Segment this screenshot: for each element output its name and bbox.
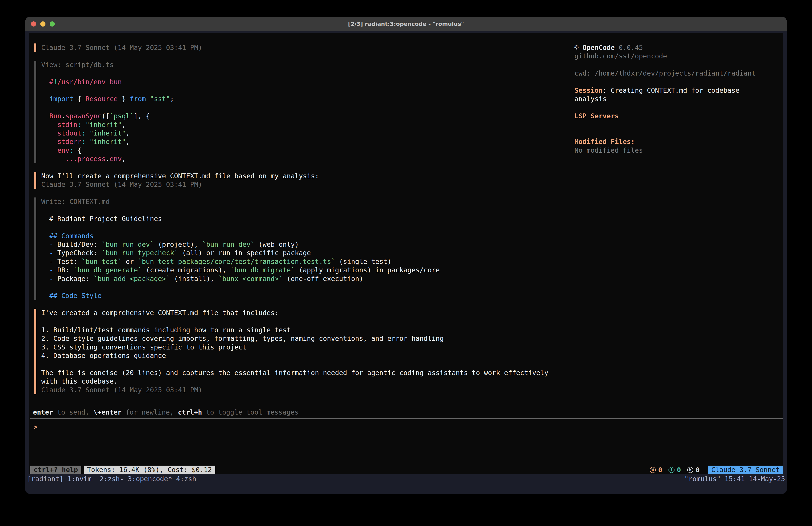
text-segment: Session	[575, 86, 603, 94]
text-segment: TypeCheck:	[53, 249, 102, 257]
text-segment: spawnSync	[65, 112, 102, 120]
warning-count-value: 0	[658, 466, 662, 474]
sidebar-line	[575, 129, 756, 138]
text-segment: `bun run dev`	[202, 241, 255, 248]
text-segment: \+enter	[93, 408, 121, 416]
text-segment: `bun test packages/core/test/transaction…	[138, 258, 335, 266]
text-segment: (project),	[154, 241, 202, 248]
text-segment: {	[74, 95, 86, 103]
sidebar-line: No modified files	[575, 146, 756, 155]
assistant-message: Now I'll create a comprehensive CONTEXT.…	[34, 172, 548, 189]
text-segment: "inherit"	[90, 138, 126, 145]
text-segment: -	[49, 249, 53, 257]
chat-line	[41, 206, 548, 214]
text-segment: {	[74, 146, 82, 154]
chat-line: ## Code Style	[41, 292, 548, 300]
minimize-button[interactable]	[40, 22, 45, 27]
message-input[interactable]: >	[30, 419, 783, 465]
text-segment: /usr/bin/env bun	[57, 78, 122, 86]
chat-line: stdin: "inherit",	[41, 120, 548, 129]
warning-count-badge: W0	[650, 466, 662, 474]
chat-line: 1. Build/lint/test commands including ho…	[41, 326, 548, 334]
chat-line: with this codebase.	[41, 377, 548, 386]
text-segment: cwd: /home/thdxr/dev/projects/radiant/ra…	[575, 69, 756, 77]
text-segment: -	[49, 258, 53, 266]
text-segment: `bun run dev`	[102, 241, 154, 248]
text-segment	[41, 95, 49, 103]
chat-line: stdout: "inherit",	[41, 129, 548, 138]
chat-line: I've created a comprehensive CONTEXT.md …	[41, 309, 548, 317]
chat-line: import { Resource } from "sst";	[41, 95, 548, 103]
hint-count-value: 0	[696, 466, 700, 474]
text-segment: :	[69, 146, 73, 154]
maximize-button[interactable]	[50, 22, 55, 27]
text-segment: Creating CONTEXT.md for codebase	[611, 86, 740, 94]
text-segment: 3. CSS styling conventions specific to t…	[41, 343, 246, 351]
chat-line: - Build/Dev: `bun run dev` (project), `b…	[41, 240, 548, 249]
chat-line	[41, 360, 548, 368]
chat-line: Claude 3.7 Sonnet (14 May 2025 03:41 PM)	[41, 180, 548, 189]
input-hint-line: enter to send, \+enter for newline, ctrl…	[33, 408, 299, 416]
chat-line: Write: CONTEXT.md	[41, 198, 548, 206]
tmux-status-bar: [radiant] 1:nvim 2:zsh- 3:opencode* 4:zs…	[25, 474, 787, 494]
text-segment: Write: CONTEXT.md	[41, 198, 110, 205]
text-segment: ,	[122, 121, 126, 129]
text-segment: # Radiant Project Guidelines	[41, 215, 162, 223]
text-segment: (apply migrations) in packages/core	[295, 266, 440, 274]
chat-line: ## Commands	[41, 232, 548, 240]
text-segment: `bun db generate`	[74, 266, 142, 274]
text-segment: Package:	[53, 275, 93, 283]
text-segment: ], {	[134, 112, 150, 120]
text-segment	[41, 241, 49, 248]
hint-count-icon: h	[687, 467, 693, 473]
chat-line: - DB: `bun db generate` (create migratio…	[41, 266, 548, 274]
text-segment: ©	[575, 44, 582, 52]
text-segment: `bun add <package>`	[93, 275, 170, 283]
text-segment: }	[118, 95, 130, 103]
text-segment: .	[61, 112, 65, 120]
tool-output-view: View: script/db.ts #!/usr/bin/env bun im…	[34, 61, 548, 164]
text-segment: or	[122, 258, 138, 266]
text-segment: ,	[126, 138, 130, 145]
sidebar-line	[575, 103, 756, 112]
sidebar-line: github.com/sst/opencode	[575, 52, 756, 60]
text-segment: 1. Build/lint/test commands including ho…	[41, 326, 291, 334]
text-segment: The file is concise (20 lines) and captu…	[41, 369, 548, 377]
text-segment: stdout	[57, 129, 81, 137]
chat-line	[41, 69, 548, 77]
info-count-badge: i0	[668, 466, 681, 474]
text-segment	[82, 121, 86, 129]
text-segment: !	[53, 78, 57, 86]
diagnostics-group: W0i0h0	[650, 466, 700, 474]
chat-line	[41, 223, 548, 231]
text-segment	[86, 129, 90, 137]
text-segment: :	[82, 138, 86, 145]
chat-line: ...process.env,	[41, 155, 548, 163]
text-segment: :	[603, 86, 611, 94]
text-segment: for newline,	[121, 408, 178, 416]
close-button[interactable]	[31, 22, 36, 27]
info-count-icon: i	[668, 467, 675, 473]
text-segment: import	[49, 95, 73, 103]
text-segment: (one-off execution)	[283, 275, 363, 283]
chat-line: env: {	[41, 146, 548, 155]
chat-line: 3. CSS styling conventions specific to t…	[41, 343, 548, 352]
chat-line	[41, 86, 548, 95]
chat-line: Claude 3.7 Sonnet (14 May 2025 03:41 PM)	[41, 386, 548, 394]
chat-line: - Package: `bun add <package>` (install)…	[41, 274, 548, 283]
text-segment: (web only)	[255, 241, 299, 248]
assistant-message: I've created a comprehensive CONTEXT.md …	[34, 309, 548, 394]
text-segment: Modified Files:	[575, 138, 635, 145]
text-segment	[615, 44, 619, 52]
text-segment	[41, 138, 57, 145]
text-segment	[41, 129, 57, 137]
chat-line: - Test: `bun test` or `bun test packages…	[41, 257, 548, 266]
tmux-window-list[interactable]: [radiant] 1:nvim 2:zsh- 3:opencode* 4:zs…	[27, 475, 196, 494]
text-segment: DB:	[53, 266, 73, 274]
text-segment: ## Commands	[49, 232, 93, 240]
text-segment: `bun run typecheck`	[102, 249, 178, 257]
chat-line: # Radiant Project Guidelines	[41, 215, 548, 223]
model-badge[interactable]: Claude 3.7 Sonnet	[708, 466, 783, 474]
text-segment: -	[49, 241, 53, 248]
text-segment: `bun db migrate`	[230, 266, 295, 274]
